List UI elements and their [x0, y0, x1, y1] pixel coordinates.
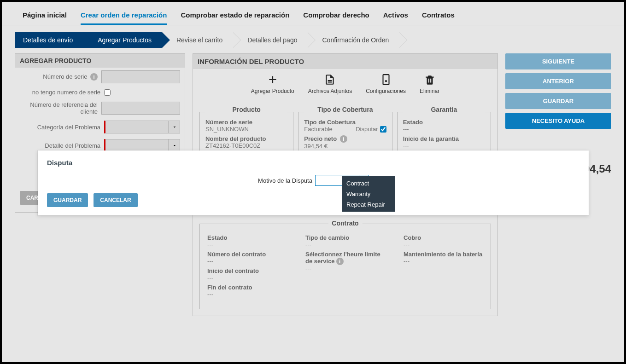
- modal-cancel-button[interactable]: CANCELAR: [94, 193, 137, 207]
- option-warranty[interactable]: Warranty: [342, 189, 395, 199]
- app-root: Página inicial Crear orden de reparación…: [2, 2, 624, 362]
- dispute-reason-dropdown: Contract Warranty Repeat Repair: [342, 176, 395, 212]
- dispute-reason-label: Motivo de la Disputa: [258, 177, 312, 184]
- modal-overlay: Disputa Motivo de la Disputa GUARDAR CAN…: [2, 2, 624, 362]
- option-repeat-repair[interactable]: Repeat Repair: [342, 199, 395, 210]
- modal-title: Disputa: [47, 159, 579, 167]
- option-contract[interactable]: Contract: [342, 178, 395, 189]
- modal-save-button[interactable]: GUARDAR: [47, 193, 88, 207]
- dispute-modal: Disputa Motivo de la Disputa GUARDAR CAN…: [38, 150, 589, 215]
